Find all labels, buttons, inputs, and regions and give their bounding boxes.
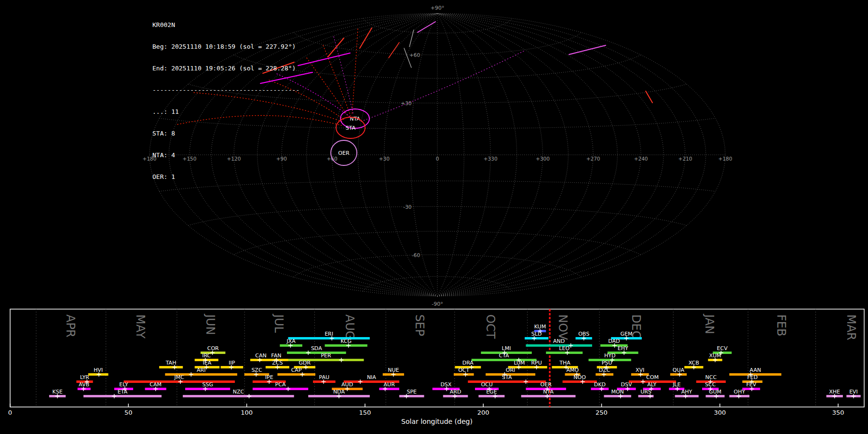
month-label-sep: SEP bbox=[413, 314, 426, 336]
shower-label-aly: ALY bbox=[647, 381, 656, 388]
latitude-label: +30 bbox=[401, 100, 411, 106]
latitude-label: -30 bbox=[403, 204, 411, 210]
meteor-trail bbox=[569, 45, 606, 54]
peak-marker-eta bbox=[112, 394, 116, 398]
shower-label-urs: URS bbox=[640, 389, 651, 395]
shower-bar-nzc bbox=[183, 395, 294, 397]
sky-map: +180+150+120+90+60+300+330+300+270+240+2… bbox=[0, 0, 868, 309]
shower-label-qua: QUA bbox=[673, 367, 685, 373]
south-pole-label: -90° bbox=[432, 301, 443, 307]
month-label-jan: JAN bbox=[703, 313, 716, 334]
shower-label-fev: FEV bbox=[746, 381, 756, 388]
shower-label-oct: OCT bbox=[458, 367, 469, 373]
shower-bar-eta bbox=[83, 395, 162, 397]
shower-label-hyd: HYD bbox=[604, 353, 615, 359]
count-oer: OER: 1 bbox=[152, 173, 299, 180]
radiant-label-oer: OER bbox=[338, 150, 350, 156]
peak-marker-pca bbox=[286, 387, 290, 391]
shower-label-leo: LEO bbox=[559, 345, 570, 352]
shower-label-sda: SDA bbox=[311, 345, 322, 352]
shower-label-ahy: AHY bbox=[681, 389, 692, 395]
shower-label-lyr: LYR bbox=[80, 374, 89, 380]
shower-bar-sta bbox=[468, 380, 546, 383]
shower-label-nia: NIA bbox=[367, 374, 376, 380]
longitude-label: +270 bbox=[586, 156, 600, 162]
longitude-label: 0 bbox=[436, 156, 439, 162]
shower-label-can: CAN bbox=[255, 353, 266, 359]
meteor-trail bbox=[360, 28, 372, 48]
shower-label-pca: PCA bbox=[275, 381, 286, 388]
shower-bar-pca bbox=[253, 388, 308, 390]
shower-label-pau: PAU bbox=[319, 374, 330, 380]
shower-label-dkd: DKD bbox=[594, 381, 606, 388]
count-nta: NTA: 4 bbox=[152, 151, 299, 159]
shower-label-spe: SPE bbox=[407, 389, 417, 395]
shower-label-ocu: OCU bbox=[481, 381, 492, 388]
shower-label-ely: ELY bbox=[119, 381, 128, 388]
shower-label-cor: COR bbox=[207, 345, 219, 352]
shower-label-iip: IIP bbox=[229, 360, 235, 366]
shower-bar-mon bbox=[604, 395, 631, 397]
axis-tick-label: 300 bbox=[714, 409, 726, 416]
shower-label-jmc: JMC bbox=[174, 374, 185, 380]
shower-label-lum: LUM bbox=[514, 360, 525, 366]
shower-label-cap: CAP bbox=[291, 367, 302, 373]
shower-label-ecv: ECV bbox=[717, 345, 728, 352]
shower-label-lmi: LMI bbox=[502, 345, 511, 352]
longitude-label: +30 bbox=[379, 156, 390, 162]
shower-label-and: AND bbox=[553, 338, 565, 344]
shower-label-ncc: NCC bbox=[705, 374, 717, 380]
peak-marker-sta bbox=[524, 380, 528, 384]
axis-tick-label: 100 bbox=[241, 409, 253, 416]
shower-bar-leo bbox=[546, 352, 583, 354]
count-unclassified: ...: 11 bbox=[152, 108, 299, 115]
shower-label-ohy: OHY bbox=[733, 389, 745, 395]
shower-label-szc: SZC bbox=[251, 367, 262, 373]
peak-marker-sda bbox=[306, 351, 311, 355]
axis-tick-label: 250 bbox=[596, 409, 608, 416]
shower-label-nta: NTA bbox=[543, 389, 554, 395]
shower-bar-aur bbox=[379, 388, 399, 390]
shower-bar-sda bbox=[287, 352, 346, 354]
month-label-aug: AUG bbox=[343, 314, 356, 340]
peak-marker-nia bbox=[358, 380, 363, 384]
peak-marker-per bbox=[339, 358, 343, 362]
shower-label-cta: CTA bbox=[499, 353, 510, 359]
meteor-trail bbox=[307, 58, 349, 118]
activity-timeline: Solar longitude (deg) APRMAYJUNJULAUGSEP… bbox=[0, 309, 868, 434]
x-axis-title: Solar longitude (deg) bbox=[401, 418, 473, 425]
longitude-label: +210 bbox=[678, 156, 692, 162]
shower-label-kcg: KCG bbox=[340, 338, 352, 344]
month-label-jun: JUN bbox=[203, 313, 217, 335]
peak-marker-nzc bbox=[247, 394, 251, 398]
axis-tick-label: 0 bbox=[8, 409, 12, 416]
shower-label-dzc: DZC bbox=[599, 367, 610, 373]
month-label-jul: JUL bbox=[272, 313, 285, 333]
shower-bar-kcg bbox=[325, 344, 367, 347]
shower-bar-cta bbox=[472, 359, 537, 361]
radiant-label-sta: STA bbox=[346, 125, 356, 131]
shower-label-iea: IEA bbox=[203, 360, 212, 366]
longitude-label: +240 bbox=[634, 156, 648, 162]
shower-label-oer: OER bbox=[541, 381, 552, 388]
shower-bar-ege bbox=[478, 395, 504, 397]
shower-label-dra: DRA bbox=[462, 360, 474, 366]
shower-label-dsv: DSV bbox=[621, 381, 632, 388]
longitude-label: +300 bbox=[536, 156, 550, 162]
count-sta: STA: 8 bbox=[152, 130, 299, 137]
station-id: KR002N bbox=[152, 21, 299, 28]
shower-label-sld: SLD bbox=[531, 331, 542, 337]
shower-label-dsx: DSX bbox=[440, 381, 451, 388]
axis-tick-label: 200 bbox=[477, 409, 489, 416]
meteor-trail bbox=[389, 42, 399, 58]
shower-label-hvi: HVI bbox=[94, 367, 103, 373]
shower-label-psu: PSU bbox=[602, 360, 612, 366]
shower-label-jle: JLE bbox=[672, 381, 680, 388]
meteor-trail bbox=[298, 53, 350, 66]
observation-info-panel: KR002N Beg: 20251110 10:18:59 (sol = 227… bbox=[152, 7, 299, 188]
axis-tick-label: 150 bbox=[359, 409, 371, 416]
shower-label-mon: MON bbox=[611, 389, 624, 395]
north-pole-label: +90° bbox=[431, 5, 445, 11]
month-label-feb: FEB bbox=[774, 314, 788, 336]
month-label-oct: OCT bbox=[484, 314, 497, 339]
